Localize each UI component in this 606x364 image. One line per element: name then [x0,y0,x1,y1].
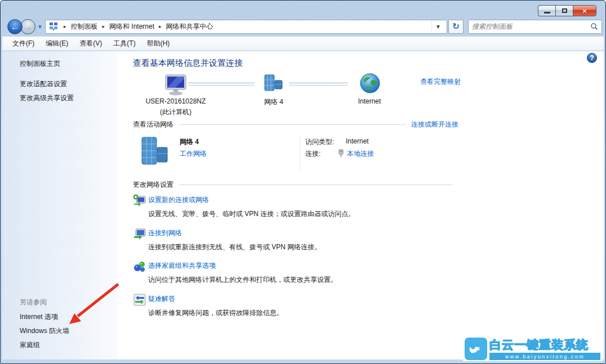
sidebar-see-also-heading: 另请参阅 [20,298,47,307]
connect-disconnect-link[interactable]: 连接或断开连接 [411,120,458,129]
explorer-window: × ← → ▼ ▸ 控制面板 ▸ 网络和 Internet ▸ 网络和共享中心 … [0,0,606,364]
network-icon [262,74,285,94]
troubleshoot-icon [133,293,146,307]
close-icon: × [582,7,587,15]
main-content: 查看基本网络信息并设置连接 ? USER-20161028NZ (此计算机) [117,51,604,359]
close-button[interactable]: × [573,5,596,16]
menu-edit[interactable]: 编辑(E) [40,37,74,50]
task-title-link[interactable]: 连接到网络 [148,228,321,238]
sidebar-item-advanced-sharing[interactable]: 更改高级共享设置 [20,93,74,103]
active-network-item: 网络 4 工作网络 访问类型: Internet 连接: 本地连接 [133,134,458,173]
help-button[interactable]: ? [587,53,597,63]
task-connect-network: 连接到网络 连接到或重新连接到无线、有线、拨号或 VPN 网络连接。 [133,228,321,252]
maximize-icon [562,8,567,13]
task-description: 设置无线、宽带、拨号、临时或 VPN 连接；或设置路由器或访问点。 [148,209,355,219]
active-networks-heading: 查看活动网络 [133,120,173,129]
network-center-icon [49,22,58,31]
breadcrumb-arrow-icon: ▸ [154,24,166,29]
menu-bar: 文件(F) 编辑(E) 查看(V) 工具(T) 帮助(H) [2,37,604,51]
page-title: 查看基本网络信息并设置连接 [133,58,243,69]
access-type-label: 访问类型: [305,137,334,147]
search-input[interactable] [472,23,590,30]
active-network-name: 网络 4 [180,137,199,147]
breadcrumb-sharing-center[interactable]: 网络和共享中心 [166,22,213,32]
sidebar-item-homegroup[interactable]: 家庭组 [20,340,40,350]
address-dropdown-icon[interactable]: ▼ [431,20,444,33]
sidebar-item-windows-firewall[interactable]: Windows 防火墙 [20,326,69,336]
computer-icon [162,74,189,96]
section-rule [179,185,453,185]
work-network-icon [139,135,170,170]
section-rule [179,124,406,125]
task-homegroup-options: 选择家庭组和共享选项 访问位于其他网络计算机上的文件和打印机，或更改共享设置。 [133,261,337,285]
refresh-button[interactable]: ↻ [448,20,464,34]
change-settings-heading: 更改网络设置 [133,180,173,190]
internet-globe-icon [359,73,381,94]
breadcrumb-arrow-icon: ▸ [97,24,109,29]
menu-tools[interactable]: 工具(T) [108,37,141,50]
network-type-link[interactable]: 工作网络 [180,149,207,159]
menu-file[interactable]: 文件(F) [7,37,40,50]
minimize-button[interactable] [538,5,555,16]
access-type-value: Internet [346,137,369,145]
bird-logo-icon [465,338,487,360]
homegroup-icon [133,260,146,273]
view-full-map-link[interactable]: 查看完整映射 [420,77,461,87]
task-title-link[interactable]: 设置新的连接或网络 [148,195,355,205]
local-connection-link[interactable]: 本地连接 [347,149,374,159]
history-dropdown[interactable]: ▼ [37,24,43,30]
task-title-link[interactable]: 疑难解答 [148,294,283,304]
menu-view[interactable]: 查看(V) [74,37,108,50]
watermark: 白云一键重装系统 www.baiyunxitong.com [463,336,603,361]
maximize-button[interactable] [555,5,573,16]
column-divider [300,135,300,171]
connect-network-icon [133,227,146,241]
caption-buttons: × [538,5,596,16]
task-description: 连接到或重新连接到无线、有线、拨号或 VPN 网络连接。 [148,242,321,252]
map-internet-label: Internet [347,97,392,105]
breadcrumb-control-panel[interactable]: 控制面板 [70,22,97,32]
search-icon [590,23,598,30]
forward-button[interactable]: → [20,19,35,34]
watermark-url: www.baiyunxitong.com [489,353,600,360]
breadcrumb-arrow-icon: ▸ [59,24,71,29]
refresh-icon: ↻ [452,21,460,32]
connection-label: 连接: [305,149,320,159]
task-title-link[interactable]: 选择家庭组和共享选项 [148,261,337,271]
sidebar: 控制面板主页 更改适配器设置 更改高级共享设置 另请参阅 Internet 选项… [2,51,117,359]
address-bar[interactable]: ▸ 控制面板 ▸ 网络和 Internet ▸ 网络和共享中心 ▼ [45,20,447,34]
task-new-connection: 设置新的连接或网络 设置无线、宽带、拨号、临时或 VPN 连接；或设置路由器或访… [133,195,355,219]
sidebar-item-change-adapter[interactable]: 更改适配器设置 [20,79,67,89]
map-connector-line [188,83,255,86]
window-body: 控制面板主页 更改适配器设置 更改高级共享设置 另请参阅 Internet 选项… [2,51,604,359]
map-computer-sub: (此计算机) [134,107,217,117]
minimize-icon [544,12,550,14]
breadcrumb-network-internet[interactable]: 网络和 Internet [109,22,154,32]
forward-icon: → [24,22,32,32]
back-icon: ← [11,22,19,32]
menu-help[interactable]: 帮助(H) [141,37,176,50]
map-connector-line [289,83,348,86]
new-connection-icon [133,194,146,208]
task-description: 诊断并修复网络问题，或获得故障排除信息。 [148,308,283,318]
help-icon: ? [590,54,594,62]
task-troubleshoot: 疑难解答 诊断并修复网络问题，或获得故障排除信息。 [133,294,283,318]
ethernet-plug-icon [338,149,344,157]
sidebar-item-control-panel-home[interactable]: 控制面板主页 [20,59,60,69]
watermark-title: 白云一键重装系统 [489,337,600,353]
map-computer-name: USER-20161028NZ [134,97,217,105]
search-box[interactable] [468,20,602,34]
map-network-name: 网络 4 [251,97,296,107]
back-button[interactable]: ← [7,19,23,34]
navigation-bar: ← → ▼ ▸ 控制面板 ▸ 网络和 Internet ▸ 网络和共享中心 ▼ … [4,17,602,35]
task-description: 访问位于其他网络计算机上的文件和打印机，或更改共享设置。 [148,275,337,285]
sidebar-item-internet-options[interactable]: Internet 选项 [20,312,58,322]
